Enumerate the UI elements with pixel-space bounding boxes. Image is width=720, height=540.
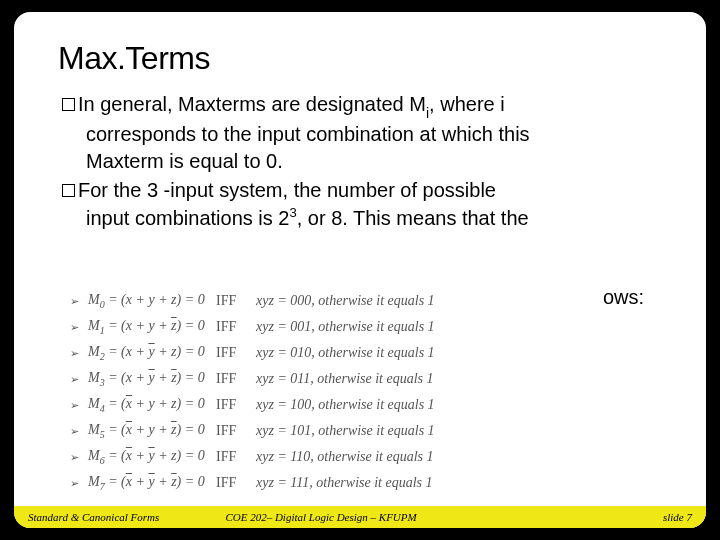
- p1-tail1: , where i: [429, 93, 505, 115]
- arrow-icon: ➢: [70, 425, 88, 438]
- maxterm-condition: xyz = 111, otherwise it equals 1: [256, 475, 670, 491]
- iff-label: IFF: [216, 293, 256, 309]
- iff-label: IFF: [216, 475, 256, 491]
- maxterm-row: ➢M1 = (x + y + z) = 0IFFxyz = 001, other…: [70, 314, 670, 340]
- p1-lead: In general, Maxterms are designated M: [78, 93, 426, 115]
- p1-sub: i: [426, 105, 429, 121]
- maxterm-condition: xyz = 011, otherwise it equals 1: [256, 371, 670, 387]
- iff-label: IFF: [216, 345, 256, 361]
- maxterm-condition: xyz = 100, otherwise it equals 1: [256, 397, 670, 413]
- square-bullet-icon: [62, 98, 75, 111]
- maxterm-condition: xyz = 101, otherwise it equals 1: [256, 423, 670, 439]
- p2-line2: input combinations is 23, or 8. This mea…: [62, 204, 666, 232]
- iff-label: IFF: [216, 397, 256, 413]
- iff-label: IFF: [216, 423, 256, 439]
- maxterm-expr: M0 = (x + y + z) = 0: [88, 292, 216, 310]
- maxterm-expr: M4 = (x + y + z) = 0: [88, 396, 216, 414]
- maxterm-expr: M3 = (x + y + z) = 0: [88, 370, 216, 388]
- p1-line3: Maxterm is equal to 0.: [62, 148, 666, 175]
- maxterm-condition: xyz = 110, otherwise it equals 1: [256, 449, 670, 465]
- p2-l2a: input combinations is 2: [86, 207, 289, 229]
- maxterm-expr: M5 = (x + y + z) = 0: [88, 422, 216, 440]
- maxterm-row: ➢M7 = (x + y + z) = 0IFFxyz = 111, other…: [70, 470, 670, 496]
- iff-label: IFF: [216, 449, 256, 465]
- slide-footer: Standard & Canonical Forms COE 202– Digi…: [14, 506, 706, 528]
- maxterm-condition: xyz = 001, otherwise it equals 1: [256, 319, 670, 335]
- arrow-icon: ➢: [70, 451, 88, 464]
- footer-left: Standard & Canonical Forms: [28, 511, 225, 523]
- arrow-icon: ➢: [70, 477, 88, 490]
- maxterm-row: ➢M4 = (x + y + z) = 0IFFxyz = 100, other…: [70, 392, 670, 418]
- maxterm-row: ➢M5 = (x + y + z) = 0IFFxyz = 101, other…: [70, 418, 670, 444]
- body-text: In general, Maxterms are designated Mi, …: [58, 91, 666, 232]
- maxterm-condition: xyz = 000, otherwise it equals 1: [256, 293, 670, 309]
- maxterm-row: ➢M6 = (x + y + z) = 0IFFxyz = 110, other…: [70, 444, 670, 470]
- arrow-icon: ➢: [70, 295, 88, 308]
- arrow-icon: ➢: [70, 399, 88, 412]
- arrow-icon: ➢: [70, 347, 88, 360]
- maxterm-row: ➢M3 = (x + y + z) = 0IFFxyz = 011, other…: [70, 366, 670, 392]
- arrow-icon: ➢: [70, 373, 88, 386]
- maxterm-expr: M2 = (x + y + z) = 0: [88, 344, 216, 362]
- slide-title: Max.Terms: [58, 40, 666, 77]
- maxterm-condition: xyz = 010, otherwise it equals 1: [256, 345, 670, 361]
- p1-line2: corresponds to the input combination at …: [62, 121, 666, 148]
- iff-label: IFF: [216, 371, 256, 387]
- p2-sup: 3: [289, 205, 296, 220]
- footer-right: slide 7: [584, 511, 692, 523]
- maxterm-expr: M7 = (x + y + z) = 0: [88, 474, 216, 492]
- paragraph-1: In general, Maxterms are designated Mi, …: [62, 91, 666, 175]
- slide-card: Max.Terms In general, Maxterms are desig…: [14, 12, 706, 528]
- maxterm-row: ➢M0 = (x + y + z) = 0IFFxyz = 000, other…: [70, 288, 670, 314]
- maxterm-expr: M1 = (x + y + z) = 0: [88, 318, 216, 336]
- square-bullet-icon: [62, 184, 75, 197]
- p2-l2b: , or 8. This means that the: [297, 207, 529, 229]
- p2-lead: For the 3 -input system, the number of p…: [78, 179, 496, 201]
- footer-mid: COE 202– Digital Logic Design – KFUPM: [225, 511, 584, 523]
- maxterm-list: ➢M0 = (x + y + z) = 0IFFxyz = 000, other…: [70, 288, 670, 496]
- iff-label: IFF: [216, 319, 256, 335]
- maxterm-expr: M6 = (x + y + z) = 0: [88, 448, 216, 466]
- arrow-icon: ➢: [70, 321, 88, 334]
- maxterm-row: ➢M2 = (x + y + z) = 0IFFxyz = 010, other…: [70, 340, 670, 366]
- paragraph-2: For the 3 -input system, the number of p…: [62, 177, 666, 232]
